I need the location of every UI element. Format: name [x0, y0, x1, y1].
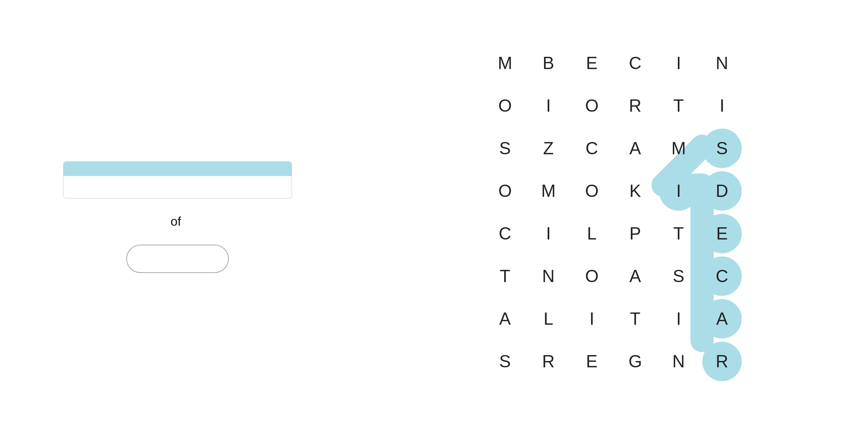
- grid-cell[interactable]: I: [659, 171, 698, 211]
- grid-cell[interactable]: E: [572, 342, 612, 381]
- left-panel: of: [0, 0, 355, 434]
- grid-cell[interactable]: Z: [529, 129, 568, 168]
- grid-cell[interactable]: I: [659, 43, 698, 83]
- grid-cell[interactable]: A: [615, 256, 655, 296]
- hint-button[interactable]: [126, 245, 229, 273]
- right-panel: MBECINOIORTISZCAMSOMOKIDCILPTETNOASCALIT…: [355, 0, 868, 434]
- grid-cell[interactable]: A: [702, 299, 742, 339]
- grid-cell[interactable]: N: [659, 342, 698, 381]
- grid-cell[interactable]: O: [572, 86, 612, 125]
- grid-cell[interactable]: T: [659, 214, 698, 253]
- grid-cell[interactable]: G: [615, 342, 655, 381]
- grid-cell[interactable]: D: [702, 171, 742, 211]
- grid-cell[interactable]: T: [615, 299, 655, 339]
- grid-cell[interactable]: I: [529, 214, 568, 253]
- grid-cell[interactable]: N: [702, 43, 742, 83]
- grid-cell[interactable]: T: [659, 86, 698, 125]
- theme-body: [64, 176, 292, 198]
- grid-cell[interactable]: M: [659, 129, 698, 168]
- grid-cell[interactable]: C: [485, 214, 525, 253]
- grid-cell[interactable]: E: [702, 214, 742, 253]
- grid-cell[interactable]: O: [572, 171, 612, 211]
- grid-cell[interactable]: S: [702, 129, 742, 168]
- grid-cell[interactable]: R: [702, 342, 742, 381]
- grid-cell[interactable]: S: [485, 342, 525, 381]
- grid-cell[interactable]: P: [615, 214, 655, 253]
- grid-cell[interactable]: S: [659, 256, 698, 296]
- grid-cell[interactable]: I: [659, 299, 698, 339]
- words-found-text: of: [167, 214, 188, 229]
- grid-cell[interactable]: S: [485, 129, 525, 168]
- grid-cell[interactable]: I: [572, 299, 612, 339]
- grid-cell[interactable]: O: [572, 256, 612, 296]
- grid-cell[interactable]: O: [485, 171, 525, 211]
- grid-cell[interactable]: R: [615, 86, 655, 125]
- grid-cell[interactable]: E: [572, 43, 612, 83]
- grid-cell[interactable]: M: [485, 43, 525, 83]
- grid-cell[interactable]: C: [702, 256, 742, 296]
- grid-cell[interactable]: O: [485, 86, 525, 125]
- grid-cell[interactable]: L: [572, 214, 612, 253]
- grid-cell[interactable]: K: [615, 171, 655, 211]
- grid-cell[interactable]: N: [529, 256, 568, 296]
- grid-cell[interactable]: L: [529, 299, 568, 339]
- grid-cell[interactable]: M: [529, 171, 568, 211]
- grid-cell[interactable]: C: [615, 43, 655, 83]
- grid-cell[interactable]: R: [529, 342, 568, 381]
- grid-cell[interactable]: A: [615, 129, 655, 168]
- letter-grid: MBECINOIORTISZCAMSOMOKIDCILPTETNOASCALIT…: [485, 43, 742, 381]
- grid-cell[interactable]: I: [529, 86, 568, 125]
- theme-card: [63, 161, 292, 198]
- grid-cell[interactable]: C: [572, 129, 612, 168]
- grid-cell[interactable]: B: [529, 43, 568, 83]
- theme-header: [64, 162, 292, 176]
- grid-cell[interactable]: A: [485, 299, 525, 339]
- grid-cell[interactable]: I: [702, 86, 742, 125]
- grid-container: MBECINOIORTISZCAMSOMOKIDCILPTETNOASCALIT…: [485, 43, 738, 387]
- grid-cell[interactable]: T: [485, 256, 525, 296]
